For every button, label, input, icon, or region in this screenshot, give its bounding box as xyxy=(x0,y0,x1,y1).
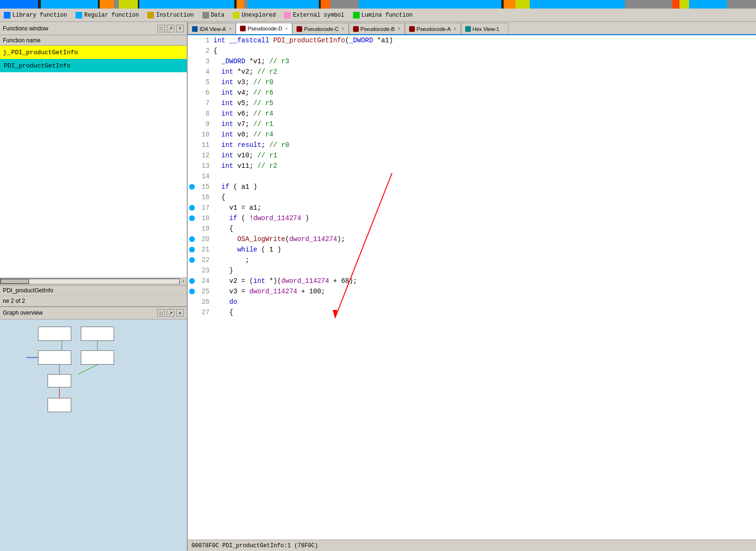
tab-close-btn[interactable]: × xyxy=(398,26,401,31)
line-code-content: int v6; // r4 xyxy=(213,108,756,119)
graph-panel-header: Graph overview □ ↗ × xyxy=(0,306,187,319)
tab-icon xyxy=(353,26,359,32)
line-code-content: { xyxy=(213,46,756,56)
code-line-25[interactable]: 25 v3 = dword_114274 + 100; xyxy=(188,286,756,297)
line-code-content: int v5; // r5 xyxy=(213,98,756,108)
code-line-22[interactable]: 22 ; xyxy=(188,255,756,265)
scrollbar-thumb[interactable] xyxy=(0,279,29,284)
code-line-4[interactable]: 4 int *v2; // r2 xyxy=(188,67,756,77)
code-line-3[interactable]: 3 _DWORD *v1; // r3 xyxy=(188,56,756,67)
code-line-13[interactable]: 13 int v11; // r2 xyxy=(188,161,756,171)
status-text: 00078F0C PDI_productGetInfo:1 (78F0C) xyxy=(191,542,318,549)
breakpoint-indicator xyxy=(188,184,196,190)
top-colorbar xyxy=(0,0,756,9)
tab-pseudocode-d[interactable]: Pseudocode-D× xyxy=(236,23,292,34)
tab-bar: IDA View-A×Pseudocode-D×Pseudocode-C×Pse… xyxy=(188,22,756,35)
code-line-9[interactable]: 9 int v7; // r1 xyxy=(188,119,756,129)
restore-icon[interactable]: □ xyxy=(157,25,165,32)
tab-ida-view-a[interactable]: IDA View-A× xyxy=(188,23,236,34)
float-icon[interactable]: ↗ xyxy=(167,25,174,32)
tab-pseudocode-a[interactable]: Pseudocode-A× xyxy=(405,23,461,34)
code-line-11[interactable]: 11 int result; // r0 xyxy=(188,140,756,150)
legend-item-regular-function: Regular function xyxy=(76,12,139,19)
code-line-14[interactable]: 14 xyxy=(188,171,756,182)
legend-item-library-function: Library function xyxy=(4,12,67,19)
scrollbar-track[interactable] xyxy=(0,279,180,284)
code-line-19[interactable]: 19 { xyxy=(188,223,756,234)
code-line-27[interactable]: 27 { xyxy=(188,307,756,318)
graph-node-1 xyxy=(38,327,71,341)
code-line-8[interactable]: 8 int v6; // r4 xyxy=(188,108,756,119)
line-code-content: int v3; // r0 xyxy=(213,77,756,87)
tab-close-btn[interactable]: × xyxy=(454,26,457,31)
status-bar-left2: ne 2 of 2 xyxy=(0,296,187,306)
left-scrollbar[interactable]: › xyxy=(0,278,187,285)
code-line-2[interactable]: 2{ xyxy=(188,46,756,56)
function-item-0[interactable]: j_PDI_productGetInfo xyxy=(0,46,187,59)
code-line-15[interactable]: 15 if ( a1 ) xyxy=(188,182,756,192)
line-number: 10 xyxy=(196,129,213,140)
func-prefix: j_ xyxy=(3,49,10,56)
line-code-content: if ( !dword_114274 ) xyxy=(213,213,756,223)
code-line-20[interactable]: 20 OSA_logWrite(dword_114274); xyxy=(188,234,756,244)
graph-restore-icon[interactable]: □ xyxy=(157,309,165,317)
line-code-content: v2 = (int *)(dword_114274 + 68); xyxy=(213,276,756,286)
line-code-content: OSA_logWrite(dword_114274); xyxy=(213,234,756,244)
code-line-26[interactable]: 26 do xyxy=(188,297,756,307)
code-line-17[interactable]: 17 v1 = a1; xyxy=(188,203,756,213)
line-code-content: } xyxy=(213,265,756,276)
code-line-23[interactable]: 23 } xyxy=(188,265,756,276)
right-panel: IDA View-A×Pseudocode-D×Pseudocode-C×Pse… xyxy=(188,22,756,551)
line-code-content: int v10; // r1 xyxy=(213,150,756,161)
tab-close-btn[interactable]: × xyxy=(285,26,288,31)
line-number: 24 xyxy=(196,276,213,286)
line-number: 21 xyxy=(196,244,213,255)
tab-close-btn[interactable]: × xyxy=(229,26,231,31)
line-number: 12 xyxy=(196,150,213,161)
graph-float-icon[interactable]: ↗ xyxy=(167,309,174,317)
graph-close-icon[interactable]: × xyxy=(176,309,184,317)
resize-arrow[interactable]: › xyxy=(180,279,187,284)
code-line-21[interactable]: 21 while ( 1 ) xyxy=(188,244,756,255)
legend-label: Data xyxy=(211,12,225,19)
current-function: PDI_productGetInfo xyxy=(3,287,53,294)
function-item-1[interactable]: PDI_productGetInfo xyxy=(0,59,187,72)
breakpoint-indicator xyxy=(188,247,196,252)
code-line-24[interactable]: 24 v2 = (int *)(dword_114274 + 68); xyxy=(188,276,756,286)
tab-label: Pseudocode-A xyxy=(417,26,451,32)
panel-header-icons: □ ↗ × xyxy=(157,25,184,32)
breakpoint-dot xyxy=(189,278,195,284)
code-area[interactable]: 1int __fastcall PDI_productGetInfo(_DWOR… xyxy=(188,35,756,540)
line-code-content: int v8; // r4 xyxy=(213,129,756,140)
breakpoint-dot xyxy=(189,247,195,252)
line-number: 5 xyxy=(196,77,213,87)
code-line-12[interactable]: 12 int v10; // r1 xyxy=(188,150,756,161)
code-line-5[interactable]: 5 int v3; // r0 xyxy=(188,77,756,87)
breakpoint-indicator xyxy=(188,289,196,294)
legend-item-data: Data xyxy=(202,12,225,19)
close-panel-icon[interactable]: × xyxy=(176,25,184,32)
line-code-content: do xyxy=(213,297,756,307)
tab-pseudocode-b[interactable]: Pseudocode-B× xyxy=(349,23,405,34)
legend-color-box xyxy=(147,12,154,19)
breakpoint-dot xyxy=(189,257,195,263)
code-line-7[interactable]: 7 int v5; // r5 xyxy=(188,98,756,108)
line-code-content: if ( a1 ) xyxy=(213,182,756,192)
code-line-10[interactable]: 10 int v8; // r4 xyxy=(188,129,756,140)
line-number: 26 xyxy=(196,297,213,307)
tab-close-btn[interactable]: × xyxy=(342,26,345,31)
graph-node-6 xyxy=(48,398,71,412)
line-count: ne 2 of 2 xyxy=(3,298,25,304)
function-list[interactable]: j_PDI_productGetInfoPDI_productGetInfo xyxy=(0,46,187,278)
code-line-16[interactable]: 16 { xyxy=(188,192,756,203)
code-line-6[interactable]: 6 int v4; // r6 xyxy=(188,87,756,98)
code-line-18[interactable]: 18 if ( !dword_114274 ) xyxy=(188,213,756,223)
line-number: 6 xyxy=(196,87,213,98)
graph-overview-title: Graph overview xyxy=(3,309,43,316)
tab-hex-view-1[interactable]: Hex View-1 xyxy=(461,23,508,34)
legend-label: Regular function xyxy=(84,12,139,19)
code-line-1[interactable]: 1int __fastcall PDI_productGetInfo(_DWOR… xyxy=(188,35,756,46)
tab-pseudocode-c[interactable]: Pseudocode-C× xyxy=(292,23,349,34)
line-code-content: { xyxy=(213,223,756,234)
breakpoint-indicator xyxy=(188,278,196,284)
